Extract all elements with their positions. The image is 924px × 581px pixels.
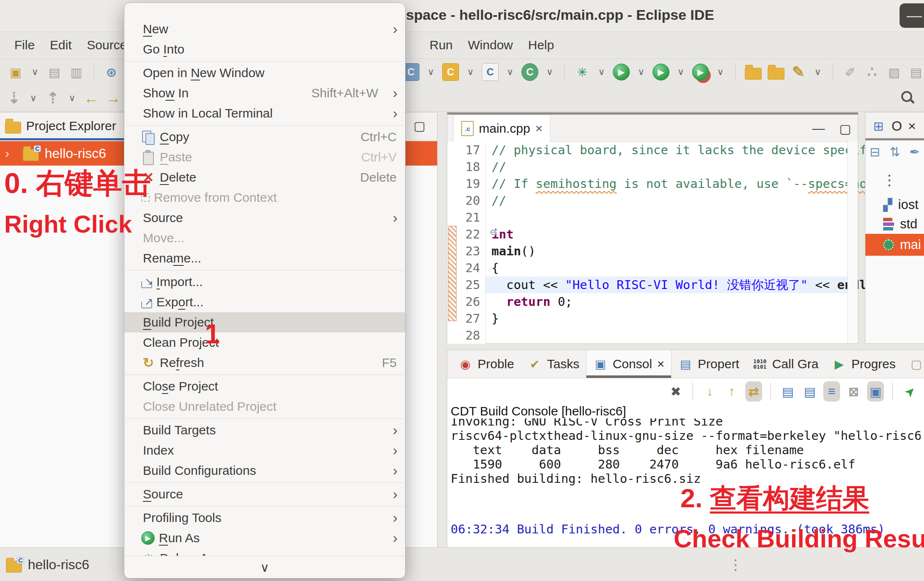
chevron-down-icon[interactable]: ∨ (636, 63, 647, 81)
word-wrap-icon[interactable]: ≡ (823, 381, 840, 402)
menu-item-profiling-tools[interactable]: Profiling Tools› (124, 508, 405, 528)
tab-call-gra[interactable]: 10100101Call Gra (746, 350, 825, 378)
maximize-panel-icon[interactable]: ▢ (839, 121, 851, 136)
close-icon[interactable]: × (908, 118, 916, 134)
tab-consol[interactable]: ▣Consol× (586, 350, 672, 378)
flashlight-search-icon[interactable]: ✎ (790, 63, 806, 81)
menubar-item-run[interactable]: Run (430, 38, 453, 52)
statusbar-overflow-icon[interactable]: ⋮ (728, 556, 743, 573)
previous-console-icon[interactable]: ↑ (723, 381, 740, 402)
show-stderr-console-icon[interactable]: ▤ (801, 381, 818, 402)
overview-ruler[interactable] (847, 142, 858, 343)
chevron-down-icon[interactable]: ∨ (715, 63, 726, 81)
menu-item-refresh[interactable]: ↻RefreshF5 (124, 353, 405, 373)
menubar-item-help[interactable]: Help (528, 38, 554, 52)
compare-doc-icon[interactable]: ▨ (886, 63, 902, 81)
menubar-item-window[interactable]: Window (468, 38, 513, 52)
minimize-window-button[interactable]: — (900, 3, 924, 28)
tab-proble[interactable]: ◉Proble (451, 350, 521, 378)
menubar-item-source[interactable]: Source (87, 38, 127, 52)
run-icon[interactable]: ▶ (613, 64, 630, 80)
code-area[interactable]: 17// physical board, since it lacks the … (447, 142, 858, 343)
chevron-down-icon[interactable]: ∨ (465, 63, 476, 81)
filter-icon[interactable]: ✒ (909, 145, 920, 159)
menu-item-paste[interactable]: PasteCtrl+V (124, 147, 405, 167)
chevron-down-icon[interactable]: ∨ (30, 63, 40, 81)
sort-icon[interactable]: ⇅ (889, 145, 900, 159)
menu-item-close-project[interactable]: Close Project (124, 376, 405, 396)
clear-console-icon[interactable]: ⊠ (845, 381, 862, 402)
save-all-icon[interactable]: ▥ (68, 63, 84, 81)
tab-main-cpp[interactable]: .c main.cpp × (453, 115, 551, 142)
menu-item-source[interactable]: Source› (124, 208, 405, 228)
chevron-down-icon[interactable]: ∨ (67, 89, 78, 107)
tab-tasks[interactable]: ✔Tasks (521, 350, 586, 378)
pin-console-icon[interactable]: ➤ (897, 378, 923, 404)
mark-occurrences-icon[interactable]: ✐ (842, 63, 858, 81)
menu-item-rename[interactable]: Rename... (124, 248, 405, 268)
menu-item-source[interactable]: Source› (124, 484, 405, 504)
chevron-down-icon[interactable]: ∨ (596, 63, 607, 81)
new-c-source-folder-icon[interactable]: C (442, 63, 459, 81)
chevron-down-icon[interactable]: ∨ (812, 63, 823, 81)
browser-icon[interactable]: ⊛ (103, 63, 119, 81)
next-annotation-icon[interactable]: ⇣ (6, 89, 22, 107)
menu-item-move[interactable]: Move... (124, 228, 405, 248)
previous-annotation-icon[interactable]: ⇡ (45, 89, 61, 107)
menu-item-show-in-local-terminal[interactable]: Show in Local Terminal› (124, 103, 405, 123)
next-console-icon[interactable]: ↓ (701, 381, 718, 402)
back-history-icon[interactable]: ← (83, 89, 99, 107)
chevron-down-icon[interactable]: ∨ (28, 89, 39, 107)
menubar-item-file[interactable]: File (14, 38, 35, 52)
outline-item-std[interactable]: std (865, 214, 924, 234)
menu-item-export[interactable]: Export... (124, 292, 405, 312)
menubar-item-edit[interactable]: Edit (50, 38, 72, 52)
tab-project-explorer[interactable]: Project Explorer × (5, 112, 130, 139)
collapse-all-icon[interactable]: ⊟ (870, 145, 880, 159)
switch-console-icon[interactable]: ⇄ (745, 381, 762, 402)
menu-item-import[interactable]: Import... (124, 272, 405, 292)
menu-item-build-project[interactable]: Build Project (124, 312, 405, 332)
menu-item-run-as[interactable]: ▶Run As› (124, 528, 405, 548)
chevron-down-icon[interactable]: ∨ (675, 63, 686, 81)
outline-item-iost[interactable]: ▞iost (865, 195, 924, 214)
tab-outline[interactable]: ⊞ O × (871, 112, 916, 139)
import-project-icon[interactable] (768, 68, 784, 80)
menu-item-clean-project[interactable]: Clean Project (124, 332, 405, 353)
forward-history-icon[interactable]: → (105, 89, 121, 107)
search-icon[interactable] (900, 90, 915, 104)
menu-item-build-configurations[interactable]: Build Configurations› (124, 461, 405, 481)
new-c-class-icon[interactable]: C (521, 63, 538, 81)
bundles-icon[interactable]: ∴ (864, 63, 880, 81)
menu-item-close-unrelated-project[interactable]: Close Unrelated Project (124, 396, 405, 417)
show-stdout-console-icon[interactable]: ▤ (779, 381, 796, 402)
menu-item-copy[interactable]: CopyCtrl+C (124, 127, 405, 147)
close-icon[interactable]: × (535, 121, 543, 136)
tab-propert[interactable]: ▤Propert (672, 350, 746, 378)
expand-chevron-icon[interactable]: › (5, 146, 17, 161)
outline-item-mai[interactable]: mai (865, 234, 924, 256)
chevron-down-icon[interactable]: ∨ (505, 63, 516, 81)
open-project-icon[interactable] (745, 68, 762, 80)
tab-progres[interactable]: ▶Progres (825, 350, 903, 378)
fold-minus-icon[interactable]: ⊖ (487, 228, 496, 237)
save-icon[interactable]: ▤ (46, 63, 62, 81)
tab-ruyi-ve[interactable]: ▢Ruyi Ve (903, 350, 924, 378)
menu-item-open-in-new-window[interactable]: Open in New Window (124, 63, 405, 83)
debug-icon[interactable]: ✳ (574, 63, 590, 81)
close-icon[interactable]: × (657, 357, 665, 371)
menu-item-go-into[interactable]: Go Into (124, 39, 405, 59)
chevron-down-icon[interactable]: ∨ (544, 63, 555, 81)
profile-icon[interactable]: ▶ (653, 64, 669, 80)
menu-item-show-in[interactable]: Show InShift+Alt+W› (124, 83, 405, 103)
menu-item-new[interactable]: New› (124, 19, 405, 39)
new-c-file-icon[interactable]: C (482, 63, 499, 81)
menu-scroll-down[interactable]: ∨ (124, 556, 405, 578)
new-wizard-icon[interactable]: ▣ (8, 63, 24, 81)
menu-item-delete[interactable]: ✕DeleteDelete (124, 167, 405, 187)
remove-launch-icon[interactable]: ✖ (667, 381, 684, 402)
scroll-lock-icon[interactable]: ▣ (867, 381, 884, 402)
minimize-panel-icon[interactable]: — (812, 121, 825, 136)
menu-item-index[interactable]: Index› (124, 440, 405, 461)
coverage-icon[interactable]: ▶ (692, 64, 709, 80)
